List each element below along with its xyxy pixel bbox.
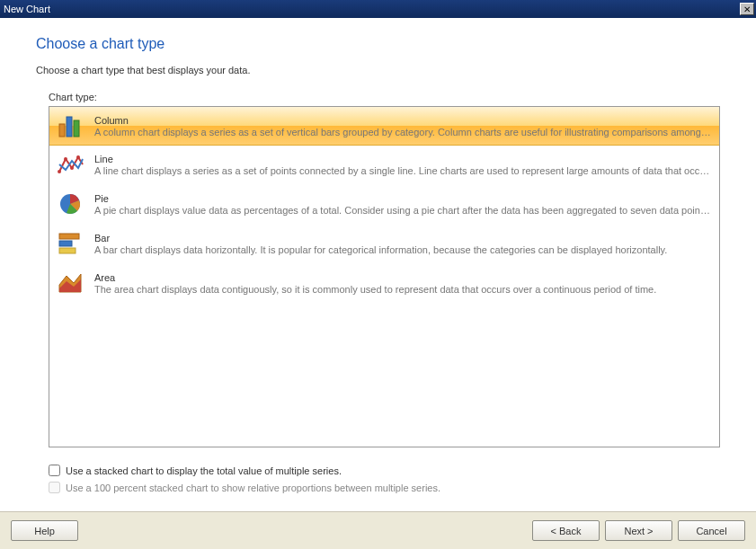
svg-rect-2 [74, 120, 79, 137]
wizard-footer: Help < Back Next > Cancel [0, 511, 756, 549]
chart-type-line[interactable]: Line A line chart displays a series as a… [49, 145, 719, 184]
next-button[interactable]: Next > [605, 520, 672, 541]
percent-stacked-checkbox-row: Use a 100 percent stacked chart to show … [49, 482, 720, 493]
svg-rect-10 [59, 248, 76, 253]
svg-point-3 [58, 170, 61, 173]
column-chart-icon [57, 111, 85, 140]
chart-options: Use a stacked chart to display the total… [36, 459, 720, 502]
cancel-button[interactable]: Cancel [678, 520, 745, 541]
titlebar: New Chart ✕ [0, 0, 756, 18]
chart-type-pie[interactable]: Pie A pie chart displays value data as p… [49, 184, 719, 224]
chart-type-title: Bar [94, 233, 712, 244]
stacked-checkbox[interactable] [49, 465, 60, 476]
line-chart-icon [57, 150, 85, 179]
stacked-checkbox-label: Use a stacked chart to display the total… [66, 465, 342, 476]
close-button[interactable]: ✕ [740, 3, 754, 15]
stacked-checkbox-row[interactable]: Use a stacked chart to display the total… [49, 465, 720, 476]
chart-type-desc: The area chart displays data contiguousl… [94, 284, 712, 295]
svg-rect-8 [59, 234, 79, 239]
percent-stacked-checkbox [49, 482, 60, 493]
chart-type-title: Column [94, 115, 712, 126]
chart-type-title: Line [94, 154, 712, 164]
chart-type-desc: A column chart displays a series as a se… [94, 127, 712, 137]
chart-type-label: Chart type: [49, 92, 720, 102]
window-title: New Chart [4, 4, 50, 14]
svg-point-5 [70, 166, 74, 170]
chart-type-title: Pie [94, 193, 712, 204]
svg-point-4 [64, 157, 67, 161]
percent-stacked-checkbox-label: Use a 100 percent stacked chart to show … [66, 483, 440, 493]
svg-rect-0 [59, 124, 65, 137]
page-subheading: Choose a chart type that best displays y… [36, 65, 720, 75]
bar-chart-icon [57, 229, 85, 258]
pie-chart-icon [57, 190, 85, 218]
chart-type-desc: A pie chart displays value data as perce… [94, 205, 712, 216]
chart-type-list: Column A column chart displays a series … [49, 106, 720, 447]
svg-point-6 [76, 155, 80, 159]
svg-rect-9 [59, 241, 72, 246]
wizard-content: Choose a chart type Choose a chart type … [0, 18, 756, 511]
back-button[interactable]: < Back [532, 520, 600, 541]
chart-type-desc: A bar chart displays data horizontally. … [94, 244, 712, 255]
chart-type-column[interactable]: Column A column chart displays a series … [49, 106, 720, 146]
help-button[interactable]: Help [11, 520, 78, 541]
chart-type-bar[interactable]: Bar A bar chart displays data horizontal… [49, 224, 719, 263]
chart-type-title: Area [94, 272, 712, 283]
svg-rect-1 [67, 117, 72, 137]
area-chart-icon [57, 269, 85, 297]
chart-type-desc: A line chart displays a series as a set … [94, 165, 712, 176]
chart-type-area[interactable]: Area The area chart displays data contig… [49, 263, 719, 303]
page-heading: Choose a chart type [36, 36, 720, 52]
